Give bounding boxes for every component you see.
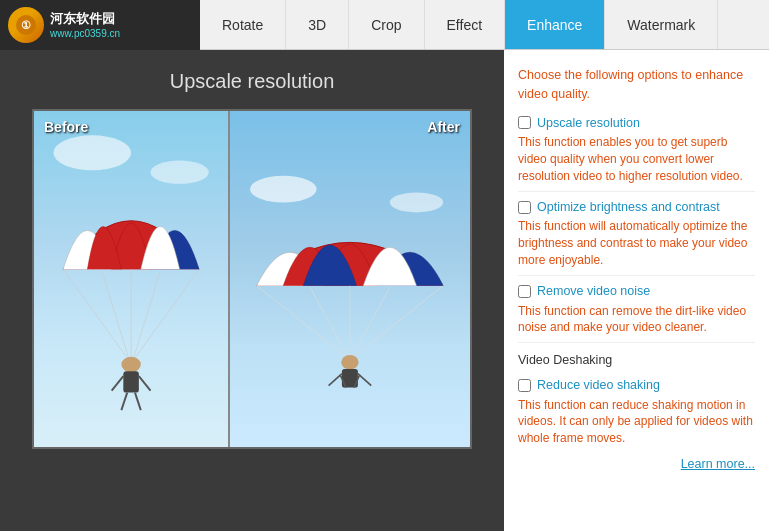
svg-line-7 bbox=[134, 271, 160, 356]
tab-3d[interactable]: 3D bbox=[286, 0, 349, 49]
top-nav: ① 河东软件园 www.pc0359.cn Rotate 3D Crop Eff… bbox=[0, 0, 769, 50]
svg-line-20 bbox=[353, 287, 390, 356]
tab-enhance[interactable]: Enhance bbox=[505, 0, 605, 49]
tab-rotate[interactable]: Rotate bbox=[200, 0, 286, 49]
logo-line2: www.pc0359.cn bbox=[50, 28, 120, 39]
upscale-checkbox[interactable] bbox=[518, 116, 531, 129]
upscale-label: Upscale resolution bbox=[537, 114, 640, 133]
divider-3 bbox=[518, 342, 755, 343]
svg-point-22 bbox=[341, 355, 358, 370]
nav-tabs: Rotate 3D Crop Effect Enhance Watermark bbox=[200, 0, 769, 49]
before-label: Before bbox=[44, 119, 88, 135]
svg-text:①: ① bbox=[21, 19, 31, 31]
brightness-checkbox[interactable] bbox=[518, 201, 531, 214]
tab-watermark[interactable]: Watermark bbox=[605, 0, 718, 49]
svg-line-4 bbox=[63, 269, 126, 356]
svg-rect-10 bbox=[123, 371, 139, 392]
noise-checkbox[interactable] bbox=[518, 285, 531, 298]
deshake-checkbox[interactable] bbox=[518, 379, 531, 392]
deshake-label: Reduce video shaking bbox=[537, 376, 660, 395]
main-area: Upscale resolution Before bbox=[0, 50, 769, 531]
right-panel: Choose the following options to enhance … bbox=[504, 50, 769, 531]
tab-crop[interactable]: Crop bbox=[349, 0, 424, 49]
divider-2 bbox=[518, 275, 755, 276]
upscale-desc: This function enables you to get superb … bbox=[518, 134, 755, 184]
before-panel: Before bbox=[34, 111, 230, 447]
deshake-option-row: Reduce video shaking bbox=[518, 376, 755, 395]
noise-label: Remove video noise bbox=[537, 282, 650, 301]
svg-line-12 bbox=[139, 376, 151, 391]
section-header-deshake: Video Deshaking bbox=[518, 351, 755, 370]
brightness-desc: This function will automatically optimiz… bbox=[518, 218, 755, 268]
noise-desc: This function can remove the dirt-like v… bbox=[518, 303, 755, 337]
after-panel: After bbox=[230, 111, 470, 447]
divider-1 bbox=[518, 191, 755, 192]
left-panel: Upscale resolution Before bbox=[0, 50, 504, 531]
svg-line-25 bbox=[358, 374, 371, 386]
svg-point-16 bbox=[390, 192, 443, 212]
after-image bbox=[230, 111, 470, 447]
panel-title: Upscale resolution bbox=[170, 70, 335, 93]
deshake-desc: This function can reduce shaking motion … bbox=[518, 397, 755, 447]
svg-line-13 bbox=[121, 393, 127, 410]
noise-option-row: Remove video noise bbox=[518, 282, 755, 301]
svg-line-21 bbox=[355, 286, 443, 356]
logo-area: ① 河东软件园 www.pc0359.cn bbox=[0, 0, 200, 50]
svg-point-2 bbox=[53, 135, 131, 170]
svg-line-5 bbox=[102, 271, 128, 356]
after-label: After bbox=[427, 119, 460, 135]
svg-point-15 bbox=[250, 176, 317, 203]
brightness-option-row: Optimize brightness and contrast bbox=[518, 198, 755, 217]
svg-line-17 bbox=[257, 286, 345, 356]
learn-more-link[interactable]: Learn more... bbox=[518, 455, 755, 474]
logo-text: 河东软件园 www.pc0359.cn bbox=[50, 10, 120, 39]
before-after-container: Before bbox=[32, 109, 472, 449]
svg-point-9 bbox=[121, 357, 140, 373]
svg-line-14 bbox=[135, 393, 141, 410]
logo-line1: 河东软件园 bbox=[50, 10, 120, 28]
svg-line-24 bbox=[329, 374, 342, 386]
brightness-label: Optimize brightness and contrast bbox=[537, 198, 720, 217]
logo-icon: ① bbox=[8, 7, 44, 43]
svg-line-18 bbox=[310, 287, 347, 356]
svg-line-8 bbox=[136, 269, 199, 356]
tab-effect[interactable]: Effect bbox=[425, 0, 506, 49]
svg-point-3 bbox=[151, 161, 209, 184]
svg-line-11 bbox=[112, 376, 124, 391]
before-image bbox=[34, 111, 228, 447]
sidebar-intro: Choose the following options to enhance … bbox=[518, 66, 755, 104]
upscale-option-row: Upscale resolution bbox=[518, 114, 755, 133]
